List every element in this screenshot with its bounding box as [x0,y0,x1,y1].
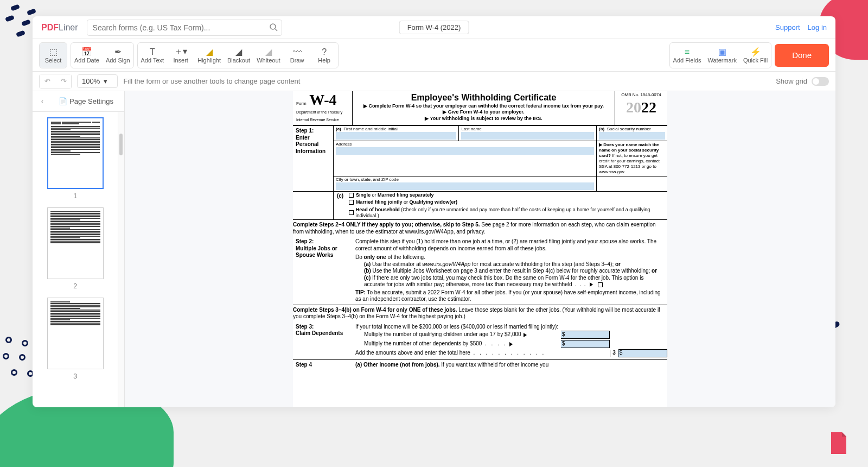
undo-redo-group: ↶ ↷ [39,74,72,89]
help-tool[interactable]: ?Help [311,43,338,68]
draw-tool[interactable]: 〰Draw [284,43,311,68]
panel-collapse-button[interactable]: ‹ [37,97,48,105]
insert-tool[interactable]: ＋▾Insert [167,43,194,68]
sub2: ▶ Give Form W-4 to your employer. [355,109,612,115]
add-fields-tool[interactable]: ≡Add Fields [670,43,705,68]
chk-married[interactable] [349,200,354,205]
form-name-tag: Form W-4 (2022) [399,21,469,34]
quick-fill-tool[interactable]: ⚡Quick Fill [740,43,771,68]
svg-point-0 [270,24,276,29]
subbar: ↶ ↷ 100% ▾ Fill the form or use another … [33,72,835,91]
login-link[interactable]: Log in [808,23,827,31]
topbar: PDFLiner Form W-4 (2022) Support Log in [33,16,835,39]
step3-total-field[interactable] [623,350,667,357]
step4-label: Step 4 [293,360,353,370]
step3-other-field[interactable] [566,340,609,348]
fields-icon: ≡ [685,47,690,57]
logo-part2: Liner [59,23,78,33]
cursor-icon: ⬚ [49,47,58,57]
form-code: W-4 [309,91,336,108]
ssn-field[interactable] [599,132,665,140]
blackout-tool[interactable]: ◢Blackout [224,43,253,68]
undo-button[interactable]: ↶ [40,74,55,89]
thumb-2-wrap: 2 [37,207,113,290]
thumb-2[interactable] [47,207,104,279]
highlight-icon: ◢ [206,47,213,57]
add-date-tool[interactable]: 📅Add Date [71,43,103,68]
plus-icon: ＋▾ [174,47,187,57]
signature-icon: ✒ [114,47,122,57]
redo-button[interactable]: ↷ [56,74,71,89]
watermark-tool[interactable]: ▣Watermark [705,43,740,68]
dept2: Internal Revenue Service [296,118,349,123]
step1-label: Step 1: Enter Personal Information [293,126,333,191]
sub3: ▶ Your withholding is subject to review … [355,116,612,122]
search-input[interactable] [87,20,282,36]
omb: OMB No. 1545-0074 [617,92,665,98]
step2c-checkbox[interactable] [598,282,603,287]
sub1: ▶ Complete Form W-4 so that your employe… [355,103,612,109]
logo-part1: PDF [41,23,59,33]
first-name-field[interactable] [336,132,456,140]
help-icon: ? [322,47,327,57]
thumb-3[interactable] [47,298,104,369]
pdf-badge-icon [826,430,852,456]
highlight-tool[interactable]: ◢Highlight [194,43,224,68]
chk-hoh[interactable] [349,210,354,215]
dept1: Department of the Treasury [296,110,349,115]
thumb-3-num: 3 [73,373,77,380]
step3-children-field[interactable] [566,331,609,338]
hint-text: Fill the form or use another tools to ch… [123,77,300,85]
step2-label: Step 2: Multiple Jobs or Spouse Works [293,237,353,305]
add-text-tool[interactable]: TAdd Text [138,43,168,68]
show-grid-toggle[interactable] [812,77,829,86]
draw-icon: 〰 [293,47,302,57]
chk-single[interactable] [349,193,354,198]
top-links: Support Log in [775,23,827,31]
show-grid-label: Show grid [776,77,807,85]
year-prefix: 20 [626,99,641,116]
svg-line-1 [275,29,277,31]
logo: PDFLiner [41,23,78,33]
add-sign-tool[interactable]: ✒Add Sign [103,43,133,68]
blackout-icon: ◢ [235,47,242,57]
toolbar: ⬚Select 📅Add Date ✒Add Sign TAdd Text ＋▾… [33,39,835,72]
thumb-3-wrap: 3 [37,298,113,380]
c-label: (c) [334,192,347,219]
whiteout-tool[interactable]: ◢Whiteout [253,43,283,68]
page-settings-icon: 📄 [59,97,67,105]
thumbs-scrollbar[interactable] [118,112,124,407]
step3-label: Step 3: Claim Dependents [293,322,353,360]
page-settings-label[interactable]: 📄 Page Settings [52,97,120,105]
zoom-select[interactable]: 100% ▾ [77,74,118,88]
support-link[interactable]: Support [775,23,800,31]
content-area: ‹ 📄 Page Settings [33,91,835,407]
show-grid-control: Show grid [776,77,829,86]
app-frame: PDFLiner Form W-4 (2022) Support Log in … [33,16,835,407]
last-name-field[interactable] [461,132,594,140]
thumb-1-num: 1 [73,192,77,200]
select-tool[interactable]: ⬚Select [40,43,67,68]
calendar-icon: 📅 [81,47,92,57]
sidepanel-header: ‹ 📄 Page Settings [33,91,124,112]
bolt-icon: ⚡ [750,47,761,57]
step3-num: 3 [610,350,618,357]
done-button[interactable]: Done [775,44,829,67]
search-wrap [87,20,282,36]
city-field[interactable] [336,182,594,190]
search-icon[interactable] [269,23,278,34]
document-canvas[interactable]: Form W-4 Department of the Treasury Inte… [125,91,835,407]
year-suffix: 22 [641,99,656,116]
whiteout-icon: ◢ [265,47,272,57]
form-w4-page: Form W-4 Department of the Treasury Inte… [293,91,667,407]
watermark-icon: ▣ [718,47,726,57]
form-title: Employee's Withholding Certificate [355,92,612,103]
thumb-1[interactable] [47,117,104,189]
text-icon: T [150,47,155,57]
thumb-2-num: 2 [73,282,77,290]
form-label: Form [296,101,307,106]
sidepanel: ‹ 📄 Page Settings [33,91,125,407]
thumb-1-wrap: 1 [37,117,113,200]
thumbnails: 1 2 [33,112,118,407]
address-field[interactable] [336,147,594,155]
